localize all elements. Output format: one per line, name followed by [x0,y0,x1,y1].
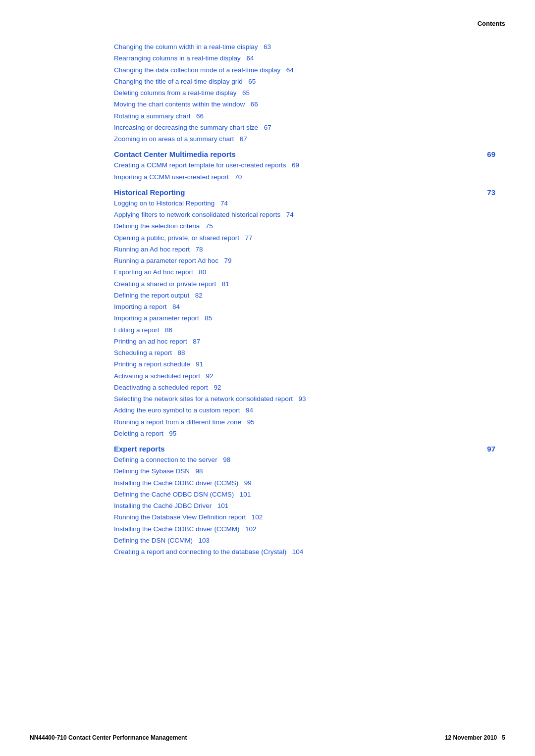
toc-item-text[interactable]: Deleting columns from a real-time displa… [114,88,237,98]
list-item: Exporting an Ad hoc report 80 [114,267,505,277]
toc-item-text[interactable]: Creating a report and connecting to the … [114,547,286,557]
toc-item-text[interactable]: Defining the Sybase DSN [114,466,190,476]
list-item: Defining the Sybase DSN 98 [114,466,505,476]
footer-left-text: NN44400-710 Contact Center Performance M… [30,734,187,741]
section-historical-title[interactable]: Historical Reporting [114,188,185,197]
toc-item-page: 77 [241,233,253,243]
toc-items-ccmm: Creating a CCMM report template for user… [114,160,505,182]
toc-item-text[interactable]: Importing a report [114,302,167,312]
list-item: Rotating a summary chart 66 [114,111,505,121]
list-item: Importing a parameter report 85 [114,313,505,323]
toc-item-text[interactable]: Deleting a report [114,429,163,439]
section-ccmm-title[interactable]: Contact Center Multimedia reports [114,150,236,158]
list-item: Running a parameter report Ad hoc 79 [114,256,505,266]
list-item: Applying filters to network consolidated… [114,210,505,220]
toc-item-page: 86 [161,325,173,335]
toc-item-text[interactable]: Printing a report schedule [114,359,190,369]
toc-item-text[interactable]: Logging on to Historical Reporting [114,199,214,208]
footer-date: 12 November 2010 [445,734,497,741]
list-item: Changing the title of a real-time displa… [114,77,505,87]
toc-item-text[interactable]: Defining the DSN (CCMM) [114,536,193,546]
toc-item-page: 95 [165,429,177,439]
toc-item-page: 63 [260,42,271,52]
toc-item-text[interactable]: Importing a parameter report [114,313,199,323]
toc-item-page: 99 [240,478,252,488]
list-item: Rearranging columns in a real-time displ… [114,53,505,63]
list-item: Defining the report output 82 [114,291,505,301]
toc-item-page: 67 [236,134,247,144]
toc-item-text[interactable]: Installing the Caché ODBC driver (CCMM) [114,524,240,534]
toc-item-page: 74 [282,210,294,220]
toc-item-text[interactable]: Opening a public, private, or shared rep… [114,233,239,243]
toc-item-text[interactable]: Applying filters to network consolidated… [114,210,280,220]
toc-item-text[interactable]: Editing a report [114,325,160,335]
toc-item-text[interactable]: Defining the Caché ODBC DSN (CCMS) [114,490,234,500]
list-item: Defining the Caché ODBC DSN (CCMS) 101 [114,490,505,500]
toc-item-text[interactable]: Defining the report output [114,291,189,301]
footer-page: 5 [502,734,505,741]
toc-item-text[interactable]: Changing the column width in a real-time… [114,42,258,52]
toc-item-text[interactable]: Changing the data collection mode of a r… [114,65,280,75]
toc-item-text[interactable]: Rearranging columns in a real-time displ… [114,53,241,63]
toc-item-text[interactable]: Increasing or decreasing the summary cha… [114,123,258,133]
list-item: Defining the DSN (CCMM) 103 [114,536,505,546]
page-footer: NN44400-710 Contact Center Performance M… [0,730,535,741]
toc-item-text[interactable]: Scheduling a report [114,348,172,358]
toc-item-text[interactable]: Activating a scheduled report [114,371,200,381]
section-historical-header: Historical Reporting 73 [114,188,505,197]
section-ccmm-header: Contact Center Multimedia reports 69 [114,150,505,158]
list-item: Selecting the network sites for a networ… [114,394,505,404]
toc-item-text[interactable]: Zooming in on areas of a summary chart [114,134,234,144]
toc-item-text[interactable]: Installing the Caché ODBC driver (CCMS) [114,478,238,488]
toc-item-text[interactable]: Running a report from a different time z… [114,417,241,427]
toc-item-text[interactable]: Moving the chart contents within the win… [114,100,245,109]
toc-item-page: 64 [243,53,254,63]
toc-item-page: 92 [210,383,221,393]
toc-item-text[interactable]: Creating a CCMM report template for user… [114,160,286,170]
section-expert-title[interactable]: Expert reports [114,445,165,453]
list-item: Defining the selection criteria 75 [114,221,505,231]
toc-item-page: 81 [218,279,229,289]
toc-item-page: 64 [282,65,294,75]
toc-container: Changing the column width in a real-time… [114,42,505,557]
toc-item-page: 85 [201,313,213,323]
toc-item-text[interactable]: Adding the euro symbol to a custom repor… [114,405,240,415]
header-title: Contents [478,20,505,27]
toc-item-page: 92 [202,371,214,381]
list-item: Scheduling a report 88 [114,348,505,358]
toc-item-text[interactable]: Changing the title of a real-time displa… [114,77,243,87]
toc-item-text[interactable]: Importing a CCMM user-created report [114,172,229,182]
section-expert-header: Expert reports 97 [114,445,505,453]
toc-item-text[interactable]: Running the Database View Definition rep… [114,512,246,522]
list-item: Printing an ad hoc report 87 [114,337,505,347]
toc-item-page: 94 [242,405,253,415]
toc-item-text[interactable]: Defining the selection criteria [114,221,200,231]
toc-item-text[interactable]: Installing the Caché JDBC Driver [114,501,212,511]
list-item: Opening a public, private, or shared rep… [114,233,505,243]
toc-item-page: 82 [191,291,203,301]
list-item: Deleting a report 95 [114,429,505,439]
toc-item-text[interactable]: Running a parameter report Ad hoc [114,256,218,266]
toc-item-page: 102 [248,512,263,522]
list-item: Changing the data collection mode of a r… [114,65,505,75]
toc-item-page: 87 [189,337,201,347]
list-item: Importing a report 84 [114,302,505,312]
toc-item-text[interactable]: Running an Ad hoc report [114,245,190,254]
toc-item-text[interactable]: Defining a connection to the server [114,455,217,465]
toc-item-page: 65 [239,88,250,98]
section-ccmm-page: 69 [487,150,495,158]
list-item: Running a report from a different time z… [114,417,505,427]
toc-item-text[interactable]: Rotating a summary chart [114,111,191,121]
toc-item-text[interactable]: Deactivating a scheduled report [114,383,208,393]
toc-items-expert: Defining a connection to the server 98De… [114,455,505,557]
toc-item-text[interactable]: Creating a shared or private report [114,279,216,289]
list-item: Defining a connection to the server 98 [114,455,505,465]
toc-item-page: 93 [295,394,306,404]
toc-item-page: 84 [169,302,180,312]
toc-item-page: 78 [192,245,203,254]
toc-item-text[interactable]: Selecting the network sites for a networ… [114,394,293,404]
list-item: Deleting columns from a real-time displa… [114,88,505,98]
toc-item-text[interactable]: Exporting an Ad hoc report [114,267,193,277]
toc-item-text[interactable]: Printing an ad hoc report [114,337,187,347]
list-item: Installing the Caché JDBC Driver 101 [114,501,505,511]
